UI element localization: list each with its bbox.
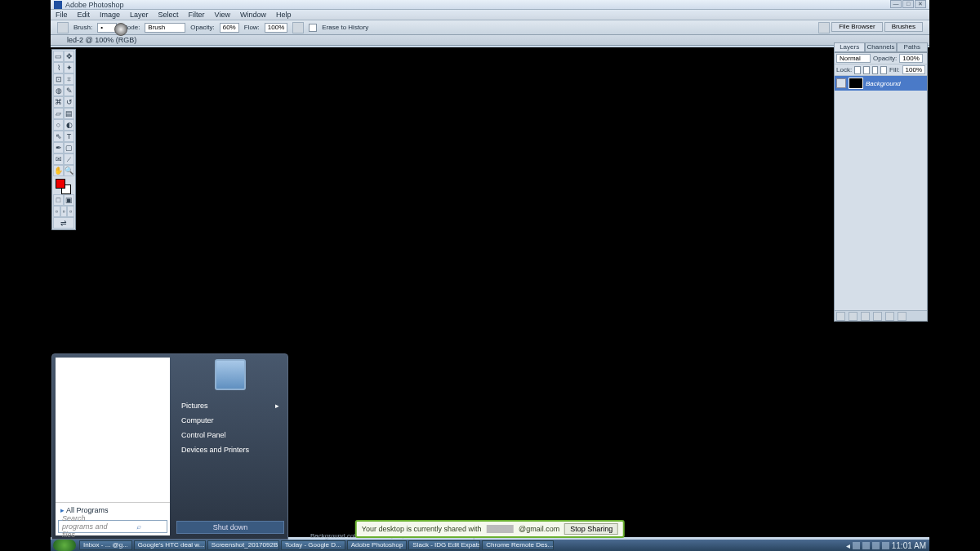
menu-layer[interactable]: Layer — [125, 10, 154, 20]
tab-brushes[interactable]: Brushes — [884, 22, 923, 32]
taskbar: Inbox - ... @g... Google's HTC deal w...… — [51, 540, 929, 551]
brush-tool[interactable]: ✎ — [64, 85, 74, 96]
lasso-tool[interactable]: ⌇ — [53, 62, 64, 73]
tab-layers[interactable]: Layers — [834, 42, 865, 52]
jump-to-imageready[interactable]: ⇌ — [53, 217, 74, 229]
mode-dropdown[interactable]: Brush — [145, 23, 185, 33]
lock-all[interactable] — [880, 66, 887, 74]
airbrush-icon[interactable] — [292, 22, 304, 33]
flow-label: Flow: — [244, 24, 260, 31]
adjustment-icon[interactable] — [873, 312, 882, 321]
layer-opacity[interactable]: 100% — [899, 54, 922, 63]
menu-image[interactable]: Image — [95, 10, 125, 20]
history-tool[interactable]: ↺ — [64, 96, 74, 108]
quickmask-off[interactable]: □ — [53, 194, 64, 206]
erase-label: Erase to History — [322, 24, 368, 31]
stop-sharing-button[interactable]: Stop Sharing — [564, 523, 618, 535]
delete-layer-icon[interactable] — [898, 312, 906, 321]
blur-tool[interactable]: ○ — [53, 119, 64, 131]
layer-row[interactable]: Background — [835, 76, 927, 91]
gradient-tool[interactable]: ▤ — [64, 108, 74, 119]
lock-position[interactable] — [872, 66, 879, 74]
layer-mask-icon[interactable] — [849, 312, 858, 321]
tab-channels[interactable]: Channels — [865, 42, 896, 52]
new-set-icon[interactable] — [861, 312, 870, 321]
foreground-color[interactable] — [56, 179, 65, 189]
screen-full-menu[interactable]: ▫ — [60, 206, 68, 217]
eyedropper-tool[interactable]: ⟋ — [64, 153, 74, 165]
hand-tool[interactable]: ✋ — [53, 165, 64, 176]
start-devices[interactable]: Devices and Printers — [176, 442, 284, 457]
shape-tool[interactable]: ▢ — [64, 142, 74, 153]
tray-arrow-icon[interactable]: ◂ — [846, 541, 850, 550]
wand-tool[interactable]: ✦ — [64, 62, 74, 73]
menu-edit[interactable]: Edit — [73, 10, 96, 20]
task-item[interactable]: Chrome Remote Des... — [482, 540, 554, 550]
marquee-tool[interactable]: ▭ — [53, 51, 64, 62]
start-control-panel[interactable]: Control Panel — [176, 428, 284, 442]
eraser-tool[interactable]: ▱ — [53, 108, 64, 119]
move-tool[interactable]: ✥ — [64, 51, 74, 62]
start-button[interactable] — [53, 540, 76, 551]
task-item[interactable]: Adobe Photoshop — [347, 540, 408, 550]
tab-paths[interactable]: Paths — [897, 42, 928, 52]
close-button[interactable]: ✕ — [915, 0, 926, 8]
flow-field[interactable]: 100% — [265, 23, 287, 33]
menu-help[interactable]: Help — [271, 10, 296, 20]
blend-mode[interactable]: Normal — [836, 54, 871, 63]
menu-filter[interactable]: Filter — [184, 10, 210, 20]
task-item[interactable]: Google's HTC deal w... — [134, 540, 206, 550]
color-swatches[interactable] — [53, 176, 74, 194]
task-item[interactable]: Slack - IDG Edit Expats — [408, 540, 480, 550]
tray-icon[interactable] — [872, 542, 880, 549]
slice-tool[interactable]: ⌗ — [64, 73, 74, 85]
crop-tool[interactable]: ⊡ — [53, 73, 64, 85]
task-item[interactable]: Today - Google D... — [281, 540, 345, 550]
tray-icon[interactable] — [853, 542, 860, 549]
start-computer[interactable]: Computer — [176, 413, 284, 428]
tab-file-browser[interactable]: File Browser — [831, 22, 882, 32]
start-right-pane: Pictures Computer Control Panel Devices … — [173, 354, 287, 539]
type-tool[interactable]: T — [64, 131, 74, 142]
erase-checkbox[interactable] — [309, 24, 317, 32]
app-icon — [54, 1, 62, 9]
screen-std[interactable]: ▫ — [53, 206, 60, 217]
maximize-button[interactable]: □ — [902, 0, 914, 8]
visibility-icon[interactable] — [836, 78, 846, 88]
stamp-tool[interactable]: ⌘ — [53, 96, 64, 108]
menu-view[interactable]: View — [210, 10, 235, 20]
zoom-tool[interactable]: 🔍 — [64, 165, 74, 176]
palette-toggle-icon[interactable] — [818, 22, 830, 33]
layer-thumbnail[interactable] — [849, 78, 863, 89]
menu-select[interactable]: Select — [154, 10, 184, 20]
new-layer-icon[interactable] — [885, 312, 894, 321]
fill-value[interactable]: 100% — [902, 65, 925, 74]
minimize-button[interactable]: — — [890, 0, 902, 8]
brush-preset-icon[interactable] — [57, 22, 69, 33]
opacity-field[interactable]: 60% — [220, 23, 239, 33]
layer-style-icon[interactable] — [836, 312, 845, 321]
quickmask-on[interactable]: ▣ — [64, 194, 74, 206]
clock[interactable]: 11:01 AM — [892, 541, 926, 550]
menu-file[interactable]: File — [51, 10, 73, 20]
start-pictures[interactable]: Pictures — [176, 398, 284, 413]
pen-tool[interactable]: ✒ — [53, 142, 64, 153]
heal-tool[interactable]: ◍ — [53, 85, 64, 96]
screen-full[interactable]: ▫ — [67, 206, 74, 217]
system-tray: ◂ 11:01 AM — [846, 541, 929, 550]
start-search[interactable]: Search programs and files ⌕ — [58, 520, 167, 533]
lock-transparency[interactable] — [854, 66, 861, 74]
opacity-label: Opacity: — [190, 24, 214, 31]
menu-window[interactable]: Window — [235, 10, 271, 20]
task-item[interactable]: Screenshot_2017092B... — [207, 540, 279, 550]
lock-image[interactable] — [863, 66, 870, 74]
user-avatar[interactable] — [215, 359, 246, 390]
tray-icon[interactable] — [862, 542, 870, 549]
shutdown-button[interactable]: Shut down — [176, 521, 284, 534]
notes-tool[interactable]: ✉ — [53, 153, 64, 165]
tray-icon[interactable] — [882, 542, 889, 549]
path-tool[interactable]: ⇖ — [53, 131, 64, 142]
dodge-tool[interactable]: ◐ — [64, 119, 74, 131]
history-brush-icon[interactable] — [114, 23, 127, 36]
task-item[interactable]: Inbox - ... @g... — [79, 540, 132, 550]
